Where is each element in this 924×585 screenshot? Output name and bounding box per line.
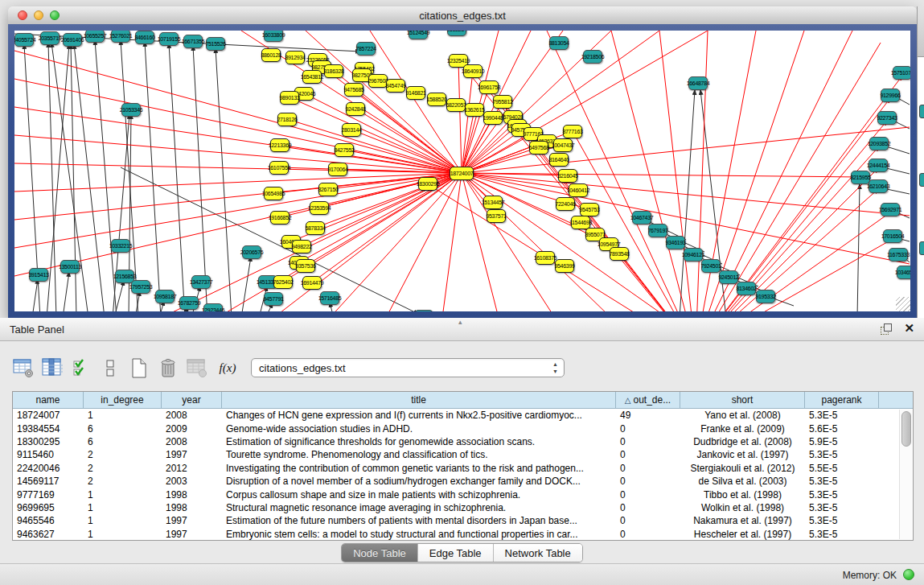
- table-cell[interactable]: 0: [616, 449, 680, 460]
- graph-node[interactable]: 9890133: [280, 91, 299, 105]
- graph-node[interactable]: 10654985: [264, 187, 283, 200]
- graph-node[interactable]: 3915413: [29, 268, 48, 282]
- table-row[interactable]: 969969511998Structural magnetic resonanc…: [13, 501, 913, 514]
- graph-node[interactable]: 8215955: [851, 171, 870, 184]
- table-cell[interactable]: 2012: [162, 463, 222, 474]
- graph-node[interactable]: 8912934: [285, 51, 305, 64]
- graph-node[interactable]: 8186328: [324, 64, 343, 78]
- graph-node[interactable]: 16671355: [183, 35, 203, 48]
- graph-node[interactable]: 16543812: [302, 70, 322, 84]
- graph-node[interactable]: 12444154: [869, 159, 888, 172]
- table-cell[interactable]: 1997: [162, 529, 222, 540]
- graph-node[interactable]: 19218506: [583, 50, 602, 64]
- table-cell[interactable]: 5.3E-5: [805, 489, 879, 501]
- table-cell[interactable]: 0: [616, 436, 680, 447]
- graph-node[interactable]: 10460412: [569, 183, 588, 197]
- table-cell[interactable]: 2008: [162, 436, 222, 447]
- graph-node[interactable]: 18640910: [463, 64, 483, 78]
- graph-node[interactable]: 15124549: [409, 31, 428, 39]
- graph-node[interactable]: 9195332: [756, 290, 775, 303]
- graph-node[interactable]: 9242848: [346, 102, 365, 116]
- graph-node[interactable]: 8777163: [563, 125, 582, 138]
- table-row[interactable]: 946362711997Embryonic stem cells: a mode…: [13, 528, 913, 541]
- graph-node[interactable]: 7924501: [701, 259, 721, 273]
- graph-node[interactable]: 7224046: [556, 197, 575, 211]
- graph-node[interactable]: 18300295: [418, 177, 437, 191]
- table-cell[interactable]: 0: [616, 476, 680, 487]
- graph-node[interactable]: 9498222: [292, 240, 311, 253]
- float-panel-icon[interactable]: [881, 323, 892, 334]
- table-cell[interactable]: Genome-wide association studies in ADHD.: [222, 423, 616, 435]
- table-cell[interactable]: Investigating the contribution of common…: [222, 463, 616, 474]
- table-scrollbar[interactable]: [899, 410, 912, 539]
- table-row[interactable]: 1830029562008Estimation of significance …: [13, 435, 913, 448]
- graph-node[interactable]: 9227343: [877, 111, 897, 125]
- graph-node[interactable]: 8454749: [386, 79, 405, 93]
- resize-grip[interactable]: [896, 297, 910, 311]
- graph-node[interactable]: 9457791: [264, 292, 283, 306]
- graph-node[interactable]: 10346533: [897, 266, 910, 279]
- graph-node[interactable]: 2803144: [342, 123, 361, 137]
- table-cell[interactable]: 22420046: [13, 463, 84, 474]
- table-cell[interactable]: Changes of HCN gene expression and I(f) …: [222, 410, 616, 421]
- graph-node[interactable]: 2718126: [277, 113, 297, 126]
- graph-node[interactable]: 8466160: [135, 31, 154, 44]
- table-cell[interactable]: Estimation of significance thresholds fo…: [222, 436, 616, 447]
- graph-node[interactable]: 16648784: [688, 76, 708, 90]
- column-header-in_degree[interactable]: in_degree: [84, 392, 162, 408]
- table-cell[interactable]: 0: [616, 502, 680, 513]
- table-cell[interactable]: 5.6E-5: [805, 423, 879, 435]
- graph-node[interactable]: 8427552: [335, 143, 354, 157]
- table-cell[interactable]: Estimation of the future numbers of pati…: [222, 515, 616, 526]
- table-cell[interactable]: Hescheler et al. (1997): [680, 529, 805, 540]
- table-cell[interactable]: 2: [84, 476, 162, 487]
- table-cell[interactable]: Stergiakouli et al. (2012): [680, 463, 805, 474]
- table-cell[interactable]: Wolkin et al. (1998): [680, 502, 805, 513]
- graph-node[interactable]: 15751074: [893, 66, 910, 80]
- graph-node[interactable]: 16210643: [869, 179, 888, 193]
- column-header-pagerank[interactable]: pagerank: [805, 392, 879, 408]
- graph-node[interactable]: 9170064: [328, 163, 347, 176]
- table-cell[interactable]: 6: [84, 436, 162, 447]
- table-cell[interactable]: Jankovic et al. (1997): [680, 449, 805, 460]
- table-cell[interactable]: 1998: [162, 489, 222, 501]
- table-cell[interactable]: 9699695: [13, 502, 84, 513]
- window-titlebar[interactable]: citations_edges.txt: [8, 6, 917, 25]
- graph-node[interactable]: 10332215: [111, 239, 130, 253]
- graph-node[interactable]: 10047437: [553, 138, 573, 152]
- table-cell[interactable]: 1: [84, 410, 162, 421]
- table-cell[interactable]: 5.3E-5: [805, 449, 879, 460]
- table-cell[interactable]: 1: [84, 529, 162, 540]
- table-cell[interactable]: 0: [616, 515, 680, 526]
- table-cell[interactable]: 9465546: [13, 515, 84, 526]
- table-row[interactable]: 1456911722003Disruption of a novel membe…: [13, 475, 913, 488]
- graph-node[interactable]: 9512234: [447, 31, 466, 36]
- table-cell[interactable]: 14569117: [13, 476, 84, 487]
- close-panel-icon[interactable]: ✕: [904, 321, 914, 336]
- table-cell[interactable]: Tourette syndrome. Phenomenology and cla…: [222, 449, 616, 460]
- table-cell[interactable]: 2009: [162, 423, 222, 435]
- graph-node[interactable]: 9546399: [555, 259, 574, 273]
- graph-node[interactable]: 12213369: [270, 138, 290, 152]
- delete-column-icon[interactable]: [156, 355, 180, 381]
- tab-network-table[interactable]: Network Table: [494, 544, 582, 562]
- table-row[interactable]: 1938455462009Genome-wide association stu…: [13, 422, 913, 435]
- graph-node[interactable]: 13427377: [191, 275, 211, 289]
- table-cell[interactable]: Yano et al. (2008): [680, 410, 805, 421]
- memory-ok-indicator[interactable]: [903, 569, 914, 580]
- graph-node[interactable]: 7679197: [648, 224, 667, 237]
- table-cell[interactable]: Nakamura et al. (1997): [680, 515, 805, 526]
- graph-node[interactable]: 13500113: [60, 260, 80, 274]
- table-cell[interactable]: Embryonic stem cells: a model to study s…: [222, 529, 616, 540]
- table-cell[interactable]: Structural magnetic resonance image aver…: [222, 502, 616, 513]
- table-cell[interactable]: 5.5E-5: [805, 463, 879, 474]
- graph-node[interactable]: 8267150: [318, 183, 338, 196]
- table-cell[interactable]: Franke et al. (2009): [680, 423, 805, 435]
- graph-node[interactable]: 7625402: [273, 275, 293, 289]
- graph-node[interactable]: 21053346: [121, 103, 141, 117]
- graph-node[interactable]: 8134602: [737, 282, 756, 295]
- graph-node[interactable]: 9545753: [580, 203, 599, 216]
- graph-node[interactable]: 1588520: [427, 93, 446, 106]
- table-cell[interactable]: 19384554: [13, 423, 84, 435]
- graph-node[interactable]: 17957253: [131, 280, 150, 294]
